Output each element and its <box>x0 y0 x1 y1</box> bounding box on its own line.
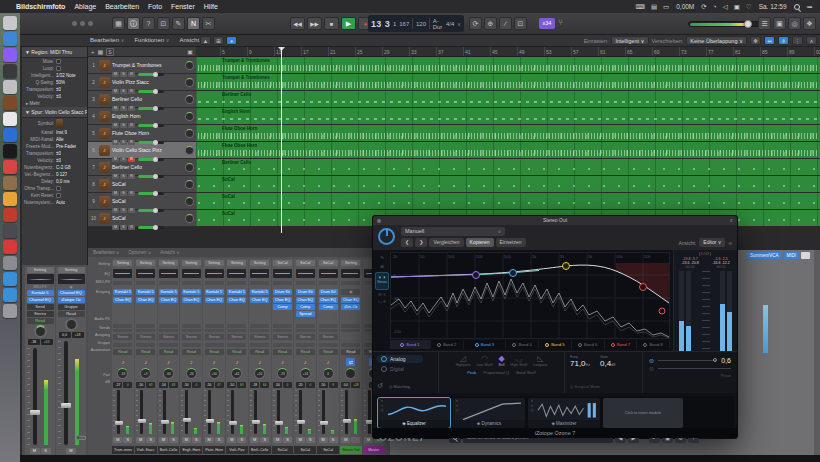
audio-fx-slot[interactable]: Chan EQ <box>113 297 132 303</box>
midi-region[interactable]: Flute Oboe Horn <box>196 142 820 158</box>
solo-button[interactable]: S <box>329 437 338 443</box>
eq-spectrum-display[interactable]: 2050100 2005001k 2k5k10k20k 0-40-100 <box>390 252 670 339</box>
fader-cap[interactable] <box>161 420 169 424</box>
solo-button[interactable]: S <box>192 437 201 443</box>
eq-thumbnail[interactable] <box>296 269 315 278</box>
play-button[interactable]: ▶ <box>341 17 356 30</box>
q-width-slider[interactable]: ⊜ 0,6 <box>649 356 731 364</box>
output-slot[interactable]: Stereo <box>319 334 338 340</box>
forward-button[interactable]: ▶▶ <box>307 17 322 30</box>
track-parameter-row[interactable]: Symbol: <box>22 118 87 129</box>
module-dynamics[interactable]: ✕≡◎ ◈ Dynamics <box>453 398 525 428</box>
track-name[interactable]: SoCal <box>112 181 126 187</box>
apple-store-button[interactable]: ❖ <box>803 17 816 30</box>
track-pan-knob[interactable] <box>185 129 194 138</box>
audio-fx-slot[interactable]: Chan EQ <box>273 297 292 303</box>
mute-button[interactable]: M <box>296 437 305 443</box>
menubar-item[interactable]: Bearbeiten <box>105 3 139 10</box>
plugin-titlebar[interactable]: Stereo Out ≡ <box>373 216 737 225</box>
filter-shape-button[interactable]: ◿ Highpass <box>456 354 471 367</box>
audio-fx-slot[interactable]: Spread <box>296 311 315 317</box>
gain-value[interactable]: 0,4dB <box>600 359 616 370</box>
loops-browser-button[interactable]: ✂ <box>202 17 215 30</box>
editors-button[interactable]: ✎ <box>172 17 185 30</box>
track-pan-knob[interactable] <box>185 197 194 206</box>
audio-fx-slot[interactable]: Chan EQ <box>319 297 338 303</box>
band-tab[interactable]: Band 4 <box>506 340 539 349</box>
dock-app-icon[interactable] <box>3 272 17 286</box>
pan-knob[interactable]: +61 <box>231 368 242 379</box>
track-name[interactable]: Violin Cello Stacc Pizz <box>112 147 162 153</box>
mute-button[interactable]: M <box>319 437 328 443</box>
pan-knob[interactable]: +20 <box>254 368 265 379</box>
setting-button[interactable]: Setting <box>27 267 54 273</box>
view-dropdown[interactable]: Editor ∨ <box>699 238 725 247</box>
menubar-item[interactable]: Foto <box>148 3 162 10</box>
solo-button[interactable]: S <box>260 437 269 443</box>
audio-fx-slot[interactable]: Chan EQ <box>296 297 315 303</box>
fader-cap[interactable] <box>115 421 123 425</box>
pan-knob[interactable] <box>34 325 47 338</box>
mixer-filter-tab-summen[interactable]: Summen/VCA <box>747 252 782 259</box>
band-tab[interactable]: Band 7 <box>605 340 638 349</box>
mixer-menu[interactable]: Optionen ∨ <box>128 250 151 255</box>
region-parameter-row[interactable]: Mute: <box>22 58 87 65</box>
dock-app-icon[interactable] <box>3 64 17 78</box>
mute-button[interactable]: M <box>136 437 145 443</box>
filter-shape-button[interactable]: ◠ Low Shelf <box>477 354 493 367</box>
input-slot[interactable]: Kontakt 5 <box>250 289 269 295</box>
channel-fader[interactable] <box>135 389 157 435</box>
status-icon[interactable]: ♡ <box>746 3 752 11</box>
replace-button[interactable]: ⊕ <box>484 17 497 30</box>
pan-knob[interactable]: 0 <box>323 368 334 379</box>
track-parameter-row[interactable]: MIDI-Kanal: Alle <box>22 136 87 143</box>
automation-mode[interactable]: Read <box>250 349 269 355</box>
parameter-value[interactable]: ±0 <box>56 94 61 99</box>
menubar-item[interactable]: Fenster <box>171 3 195 10</box>
midi-fx-slot[interactable] <box>182 281 201 285</box>
group-slot[interactable] <box>182 343 201 347</box>
plugin-close-icon[interactable] <box>377 219 381 223</box>
fader-cap[interactable] <box>229 421 237 425</box>
channel-fader[interactable] <box>56 339 86 447</box>
track-pan-knob[interactable] <box>185 163 194 172</box>
mute-button[interactable]: M <box>66 448 76 454</box>
track-pan-knob[interactable] <box>185 146 194 155</box>
note-pads-button[interactable]: N <box>187 17 200 30</box>
module-mini-icons[interactable]: ✕≡◎ <box>379 399 385 413</box>
solo-button[interactable] <box>351 437 360 443</box>
automation-mode[interactable]: Read <box>159 349 178 355</box>
pan-knob[interactable]: +9 <box>140 368 151 379</box>
track-volume-slider[interactable] <box>138 175 164 178</box>
audio-fx-slot[interactable]: Comp <box>319 304 338 310</box>
pan-knob[interactable] <box>345 368 356 379</box>
track-parameter-row[interactable]: Transposition: ±0 <box>22 150 87 157</box>
fader-cap[interactable] <box>320 421 328 425</box>
dock-app-icon[interactable] <box>3 176 17 190</box>
eq-thumbnail[interactable] <box>113 269 132 278</box>
mixer-menu[interactable]: Bearbeiten ∨ <box>93 250 119 255</box>
more-disclosure[interactable]: ▸ Mehr <box>22 100 87 107</box>
link-icon[interactable]: ∞ <box>728 240 732 246</box>
spectrum-option-icon[interactable]: ∿ <box>380 254 384 260</box>
dock-app-icon[interactable] <box>3 256 17 270</box>
filter-shape-button[interactable]: ◺ Lowpass <box>533 354 547 367</box>
setting-button[interactable]: SoCal <box>319 260 338 266</box>
dock-app-icon[interactable] <box>3 112 17 126</box>
midi-fx-slot[interactable] <box>273 281 292 285</box>
dock-app-icon[interactable] <box>3 48 17 62</box>
battery-status[interactable]: 0,00M <box>676 3 694 10</box>
band-power-icon[interactable] <box>578 343 582 347</box>
drag-mode-icon[interactable]: ✥ <box>750 36 761 45</box>
channel-fader[interactable] <box>340 389 362 435</box>
midi-region[interactable]: Trumpet & Trombones <box>196 57 820 73</box>
channel-name[interactable]: SoCal <box>294 446 316 454</box>
output-slot[interactable]: Stereo <box>205 334 224 340</box>
input-slot[interactable]: Kontakt 5 <box>182 289 201 295</box>
region-parameter-row[interactable]: Transposition: ±0 <box>22 86 87 93</box>
audio-fx-slot[interactable]: Chan EQ <box>182 297 201 303</box>
eq-thumbnail[interactable] <box>27 274 54 284</box>
count-in-button[interactable]: ⊡ <box>514 17 527 30</box>
track-name[interactable]: SoCal <box>112 198 126 204</box>
channel-name[interactable]: Trum..ones <box>112 446 134 454</box>
